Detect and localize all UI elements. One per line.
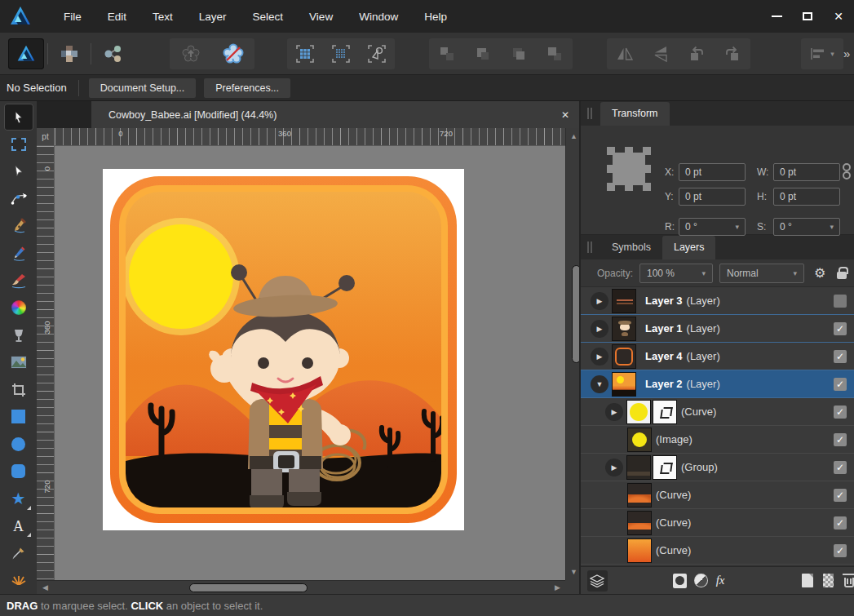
horizontal-scrollbar-thumb[interactable] (189, 583, 308, 592)
close-button[interactable]: ✕ (823, 0, 854, 33)
maximize-button[interactable] (792, 0, 823, 33)
expand-arrow-icon[interactable]: ▶ (605, 403, 623, 421)
delete-layer-icon[interactable] (844, 578, 854, 587)
panel-grip-icon[interactable] (587, 242, 595, 253)
pencil-tool[interactable] (4, 240, 33, 267)
artboard[interactable] (103, 169, 464, 530)
add-layer-icon[interactable] (802, 574, 812, 587)
menu-edit[interactable]: Edit (95, 6, 139, 28)
visibility-checkbox[interactable]: ✓ (834, 405, 847, 419)
opacity-dropdown[interactable]: 100 %▾ (639, 264, 713, 283)
gear-icon[interactable]: ⚙ (814, 267, 825, 280)
expand-arrow-icon[interactable]: ▶ (605, 459, 623, 476)
mask-layer-icon[interactable] (673, 574, 687, 588)
blend-mode-dropdown[interactable]: Normal▾ (719, 264, 804, 283)
artistic-text-tool[interactable]: A (4, 512, 33, 539)
scroll-left-icon[interactable]: ◀ (42, 584, 48, 592)
ellipse-tool[interactable] (4, 431, 33, 458)
visibility-checkbox[interactable]: ✓ (834, 433, 847, 446)
menu-view[interactable]: View (296, 6, 346, 28)
layer-row[interactable]: (Curve) ✓ (581, 509, 854, 537)
x-field[interactable]: 0 pt (679, 163, 746, 181)
back-one-button[interactable] (465, 38, 501, 69)
layer-row[interactable]: ▶ (Group) ✓ (581, 454, 854, 481)
visibility-checkbox[interactable]: ✓ (834, 489, 847, 502)
expand-arrow-icon[interactable]: ▶ (591, 292, 608, 310)
menu-help[interactable]: Help (411, 6, 460, 28)
vector-brush-tool[interactable] (4, 267, 33, 294)
pixel-grid-button[interactable] (323, 38, 359, 69)
layers-panel-button[interactable] (587, 570, 608, 592)
point-transform-tool[interactable] (4, 185, 33, 212)
color-picker-tool[interactable] (4, 539, 33, 566)
flower-slash-button[interactable] (212, 38, 254, 69)
rectangle-tool[interactable] (4, 403, 33, 430)
layer-effects-icon[interactable]: fx (716, 574, 725, 587)
rotate-cw-button[interactable] (715, 38, 750, 69)
visibility-checkbox[interactable]: ✓ (834, 461, 847, 474)
rotate-ccw-button[interactable] (679, 38, 715, 69)
alignment-button[interactable]: ▾ (801, 38, 843, 69)
visibility-checkbox[interactable]: ✓ (834, 378, 847, 391)
move-to-back-button[interactable] (429, 38, 465, 69)
adjustment-layer-icon[interactable] (694, 574, 707, 587)
move-tool[interactable] (4, 104, 33, 131)
layer-row-selected[interactable]: ▼ Layer 2 (Layer) ✓ (581, 370, 854, 398)
artboard-tool[interactable] (4, 131, 33, 157)
anchor-selector[interactable] (607, 147, 651, 191)
document-setup-button[interactable]: Document Setup... (89, 78, 197, 98)
visibility-checkbox[interactable]: ✓ (834, 350, 847, 363)
fill-tool[interactable] (4, 295, 33, 321)
export-persona-button[interactable] (95, 38, 131, 69)
scroll-up-icon[interactable]: ▲ (570, 133, 577, 140)
layer-row[interactable]: (Curve) ✓ (581, 537, 854, 565)
y-field[interactable]: 0 pt (679, 188, 746, 206)
snapping-button[interactable] (359, 38, 395, 69)
tab-close-icon[interactable]: ✕ (561, 109, 569, 121)
scroll-right-icon[interactable]: ▶ (555, 584, 560, 592)
grid-button[interactable] (287, 38, 323, 69)
menu-window[interactable]: Window (346, 6, 411, 28)
canvas-viewport[interactable] (55, 146, 565, 580)
visibility-checkbox[interactable] (834, 295, 847, 308)
star-tool[interactable]: ★ (4, 485, 33, 512)
visibility-checkbox[interactable]: ✓ (834, 544, 847, 557)
link-dimensions-icon[interactable] (842, 163, 850, 181)
h-field[interactable]: 0 pt (773, 188, 840, 206)
document-tab[interactable]: Cowboy_Babee.ai [Modified] (44.4%) ✕ (91, 101, 579, 128)
layer-row[interactable]: (Curve) ✓ (581, 481, 854, 509)
collapse-arrow-icon[interactable]: ▼ (591, 375, 608, 393)
menu-text[interactable]: Text (139, 6, 186, 28)
visibility-checkbox[interactable]: ✓ (834, 516, 847, 530)
pen-tool[interactable] (4, 213, 33, 240)
ruler-unit[interactable]: pt (37, 128, 55, 146)
lock-icon[interactable] (837, 272, 847, 279)
add-pixel-layer-icon[interactable] (823, 574, 834, 587)
menu-select[interactable]: Select (240, 6, 297, 28)
forward-one-button[interactable] (501, 38, 537, 69)
vertical-scrollbar[interactable]: ▲ ▼ (565, 128, 579, 580)
visibility-checkbox[interactable]: ✓ (834, 322, 847, 335)
corner-tool[interactable] (4, 567, 33, 594)
minimize-button[interactable] (761, 0, 792, 33)
expand-arrow-icon[interactable]: ▶ (591, 348, 608, 366)
r-field[interactable]: 0 °▾ (679, 218, 746, 236)
flip-horizontal-button[interactable] (607, 38, 643, 69)
toolbar-overflow-button[interactable]: » (843, 47, 850, 60)
expand-arrow-icon[interactable]: ▶ (591, 320, 608, 338)
designer-persona-button[interactable] (8, 38, 44, 69)
horizontal-scrollbar[interactable]: ◀ ▶ (37, 580, 565, 594)
layer-row[interactable]: ▶ Layer 3 (Layer) (581, 287, 854, 315)
flower-up-button[interactable] (170, 38, 212, 69)
scroll-down-icon[interactable]: ▼ (570, 569, 577, 576)
w-field[interactable]: 0 pt (773, 163, 840, 181)
s-field[interactable]: 0 °▾ (773, 218, 840, 236)
transparency-tool[interactable] (4, 321, 33, 348)
menu-file[interactable]: File (51, 6, 95, 28)
node-tool[interactable] (4, 158, 33, 185)
vector-crop-tool[interactable] (4, 376, 33, 403)
tab-transform[interactable]: Transform (600, 102, 670, 126)
tab-layers[interactable]: Layers (662, 236, 716, 259)
tab-symbols[interactable]: Symbols (600, 236, 662, 259)
layer-row[interactable]: ▶ Layer 4 (Layer) ✓ (581, 343, 854, 370)
